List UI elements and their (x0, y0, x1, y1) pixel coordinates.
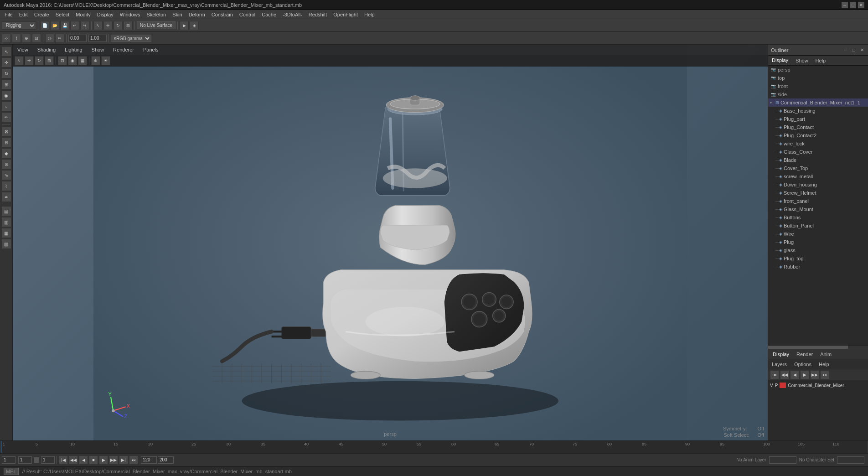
play-fwd-btn[interactable]: ▶ (800, 370, 809, 379)
outliner-item-rubber[interactable]: ─ ◈ Rubber (768, 263, 868, 271)
outliner-item-plug-contact2[interactable]: ─ ◈ Plug_Contact2 (768, 131, 868, 140)
prev-key-btn[interactable]: ◀◀ (780, 370, 789, 379)
next-key-anim[interactable]: ▶| (119, 455, 128, 465)
pencil-btn[interactable]: ✒ (1, 192, 11, 202)
play-back-btn[interactable]: ◀ (790, 370, 799, 379)
play-end-frame[interactable] (158, 456, 174, 464)
outliner-camera-top[interactable]: 📷 top (768, 74, 868, 82)
outliner-item-glass-cover[interactable]: ─ ◈ Glass_Cover (768, 148, 868, 156)
outliner-tab-show[interactable]: Show (794, 57, 810, 64)
menu-control[interactable]: Control (237, 11, 258, 18)
value-field-2[interactable] (88, 35, 107, 42)
joint-btn[interactable]: ◆ (1, 148, 11, 158)
vp-menu-view[interactable]: View (15, 46, 31, 53)
rotate-btn[interactable]: ↻ (1, 68, 11, 78)
vp-menu-show[interactable]: Show (89, 46, 107, 53)
panel-tab-display[interactable]: Display (771, 351, 791, 358)
timeline-ruler[interactable]: 1 5 10 15 20 25 30 35 40 45 50 55 60 65 … (1, 441, 867, 453)
panel-subtab-help[interactable]: Help (817, 361, 831, 368)
layer-btn[interactable]: ▤ (1, 206, 11, 216)
outliner-item-base-housing[interactable]: ─ ◈ Base_housing (768, 107, 868, 115)
panel-tab-render[interactable]: Render (795, 351, 815, 358)
outliner-content[interactable]: 📷 persp 📷 top 📷 front 📷 side (768, 66, 868, 345)
menu-cache[interactable]: Cache (259, 11, 279, 18)
outliner-item-plug-part[interactable]: ─ ◈ Plug_part (768, 115, 868, 123)
outliner-maximize[interactable]: □ (851, 47, 857, 53)
panel-subtab-options[interactable]: Options (792, 361, 813, 368)
select-tool[interactable]: ↖ (93, 21, 103, 30)
vp-menu-lighting[interactable]: Lighting (62, 46, 85, 53)
sculpt-tool[interactable]: ✏ (55, 34, 64, 43)
save-scene-button[interactable]: 💾 (60, 21, 69, 30)
live-surface-button[interactable]: No Live Surface (137, 21, 176, 29)
outliner-scrollbar[interactable] (768, 345, 868, 349)
mel-label[interactable]: MEL (4, 468, 19, 475)
play-fwd-anim[interactable]: ▶ (99, 455, 108, 465)
render-button[interactable]: ▶ (180, 21, 189, 30)
cluster-btn[interactable]: ⊠ (1, 126, 11, 136)
value-field-1[interactable] (68, 35, 87, 42)
render-pass-btn[interactable]: ▦ (1, 228, 11, 238)
ep-curve-btn[interactable]: ⌇ (1, 181, 11, 191)
prev-key-anim[interactable]: |◀ (59, 455, 68, 465)
gamma-select[interactable]: sRGB gamma (111, 35, 151, 42)
outliner-item-front-panel[interactable]: ─ ◈ front_panel (768, 197, 868, 205)
show-manip-btn[interactable]: ◉ (1, 90, 11, 100)
vp-wireframe-btn[interactable]: ⊡ (58, 56, 67, 65)
outliner-camera-persp[interactable]: 📷 persp (768, 66, 868, 74)
menu-edit[interactable]: Edit (16, 11, 31, 18)
outliner-item-wire[interactable]: ─ ◈ Wire (768, 230, 868, 238)
current-frame-input2[interactable] (18, 456, 32, 464)
cv-curve-btn[interactable]: ∿ (1, 170, 11, 180)
next-frame-btn[interactable]: ⏭ (820, 370, 829, 379)
display-btn[interactable]: ▥ (1, 217, 11, 227)
end-frame-input[interactable] (141, 456, 157, 464)
outliner-tab-display[interactable]: Display (770, 57, 790, 64)
outliner-item-blade[interactable]: ─ ◈ Blade (768, 156, 868, 164)
rotate-tool[interactable]: ↻ (114, 21, 123, 30)
vp-texture-btn[interactable]: ▦ (78, 56, 87, 65)
scale-btn[interactable]: ⊞ (1, 79, 11, 89)
next-frame-anim[interactable]: ▶▶ (109, 455, 118, 465)
current-frame-input[interactable] (2, 456, 16, 464)
menu-file[interactable]: File (2, 11, 16, 18)
move-tool[interactable]: ✛ (103, 21, 113, 30)
vp-move-btn[interactable]: ✛ (25, 56, 34, 65)
open-scene-button[interactable]: 📂 (50, 21, 59, 30)
panel-subtab-layers[interactable]: Layers (770, 361, 789, 368)
snap-grid[interactable]: ⊹ (2, 34, 11, 43)
outliner-item-plug-top[interactable]: ─ ◈ Plug_top (768, 254, 868, 263)
outliner-close[interactable]: ✕ (859, 47, 865, 53)
lasso-btn[interactable]: ○ (1, 101, 11, 111)
snap-surface[interactable]: ⊡ (32, 34, 41, 43)
last-frame-anim[interactable]: ⏭ (129, 455, 138, 465)
scale-tool[interactable]: ⊞ (124, 21, 133, 30)
outliner-item-glass-mount[interactable]: ─ ◈ Glass_Mount (768, 205, 868, 213)
mode-dropdown[interactable]: Rigging Animation Modeling (2, 21, 36, 30)
menu-skeleton[interactable]: Skeleton (144, 11, 169, 18)
menu-constrain[interactable]: Constrain (209, 11, 236, 18)
outliner-item-plug[interactable]: ─ ◈ Plug (768, 238, 868, 246)
scrollbar-thumb[interactable] (768, 346, 848, 349)
minimize-button[interactable]: ─ (842, 2, 848, 8)
vp-camera-btn[interactable]: ⊕ (91, 56, 100, 65)
vp-rotate-btn[interactable]: ↻ (35, 56, 44, 65)
stop-anim[interactable]: ■ (89, 455, 98, 465)
panel-tab-anim[interactable]: Anim (818, 351, 833, 358)
menu-deform[interactable]: Deform (186, 11, 208, 18)
menu-redshift[interactable]: Redshift (306, 11, 330, 18)
outliner-item-screw-helmet[interactable]: ─ ◈ Screw_Helmet (768, 189, 868, 197)
anim-layer-selector[interactable] (769, 456, 796, 464)
menu-windows[interactable]: Windows (117, 11, 143, 18)
new-scene-button[interactable]: 📄 (40, 21, 49, 30)
close-button[interactable]: ✕ (858, 2, 864, 8)
select-btn[interactable]: ↖ (1, 47, 11, 57)
menu-skin[interactable]: Skin (170, 11, 185, 18)
vp-select-btn[interactable]: ↖ (15, 56, 24, 65)
char-set-selector[interactable] (837, 456, 864, 464)
vp-smooth-btn[interactable]: ◉ (68, 56, 77, 65)
paint-select-btn[interactable]: ✏ (1, 112, 11, 122)
menu-display[interactable]: Display (94, 11, 116, 18)
outliner-minimize[interactable]: ─ (842, 47, 849, 53)
outliner-item-main-group[interactable]: ▾ ⊞ Commercial_Blender_Mixer_nct1_1 (768, 98, 868, 107)
